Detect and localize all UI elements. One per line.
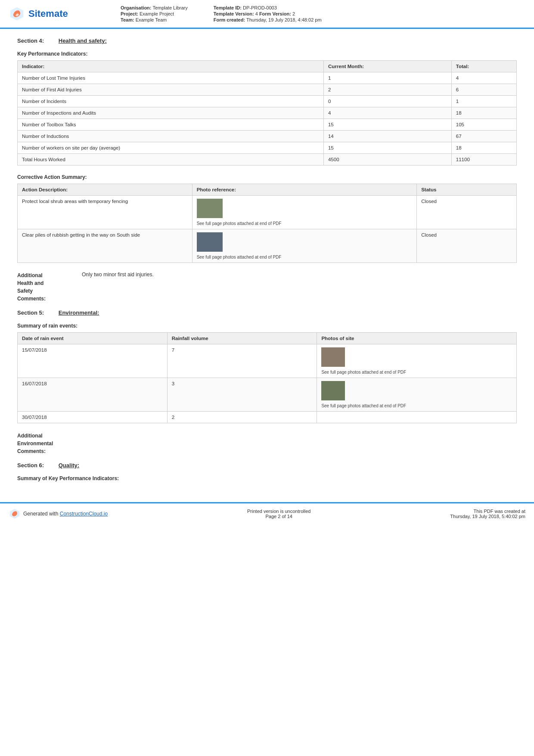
org-line: Organisation: Template Library [121,5,188,10]
kpi-row: Number of Incidents01 [18,96,517,107]
kpi-cell-6-1: 15 [323,142,451,154]
kpi-cell-2-0: Number of Incidents [18,96,324,107]
kpi-row: Number of First Aid Injuries26 [18,84,517,96]
kpi-cell-7-1: 4500 [323,154,451,166]
kpi-cell-6-0: Number of workers on site per day (avera… [18,142,324,154]
additional-env-comments: AdditionalEnvironmentalComments: [17,432,517,455]
additional-hs-label: AdditionalHealth andSafetyComments: [17,272,73,303]
rain-col-volume: Rainfall volume [167,333,317,344]
rain-photo [317,412,517,423]
rain-photo: See full page photos attached at end of … [317,344,517,378]
template-id-line: Template ID: DP-PROD-0003 [214,5,322,10]
rain-date: 16/07/2018 [18,378,168,412]
corrective-photo: See full page photos attached at end of … [192,196,417,229]
additional-hs-value: Only two minor first aid injuries. [82,272,154,303]
additional-env-label: AdditionalEnvironmentalComments: [17,432,73,455]
template-version-line: Template Version: 4 Form Version: 2 [214,11,322,16]
logo-area: Sitemate [9,6,86,22]
corrective-table: Action Description: Photo reference: Sta… [17,184,517,263]
kpi-col-total: Total: [451,61,516,72]
corrective-row: Protect local shrub areas with temporary… [18,196,517,229]
rain-row: 15/07/20187See full page photos attached… [18,344,517,378]
kpi-row: Number of Inductions1467 [18,131,517,142]
rain-row: 30/07/20182 [18,412,517,423]
rain-col-photos: Photos of site [317,333,517,344]
rain-photo: See full page photos attached at end of … [317,378,517,412]
logo-text: Sitemate [28,8,68,19]
kpi-cell-0-0: Number of Lost Time Injuries [18,72,324,84]
corrective-title: Corrective Action Summary: [17,174,517,180]
kpi-cell-5-2: 67 [451,131,516,142]
corrective-description: Protect local shrub areas with temporary… [18,196,192,229]
footer-link[interactable]: ConstructionCloud.io [60,511,108,517]
main-content: Section 4: Health and safety: Key Perfor… [0,29,534,494]
header-left-col: Organisation: Template Library Project: … [121,5,188,22]
rain-row: 16/07/20183See full page photos attached… [18,378,517,412]
section4-title: Section 4: Health and safety: [17,37,517,44]
kpi-table: Indicator: Current Month: Total: Number … [17,60,517,166]
page-header: Sitemate Organisation: Template Library … [0,0,534,29]
kpi-cell-6-2: 18 [451,142,516,154]
footer-right: This PDF was created at Thursday, 19 Jul… [450,509,525,519]
quality-kpi-title: Summary of Key Performance Indicators: [17,475,517,481]
kpi-cell-5-0: Number of Inductions [18,131,324,142]
project-line: Project: Example Project [121,11,188,16]
kpi-row: Number of workers on site per day (avera… [18,142,517,154]
kpi-cell-3-0: Number of Inspections and Audits [18,107,324,119]
kpi-col-current: Current Month: [323,61,451,72]
kpi-cell-3-2: 18 [451,107,516,119]
kpi-row: Number of Inspections and Audits418 [18,107,517,119]
kpi-cell-1-2: 6 [451,84,516,96]
kpi-title: Key Performance Indicators: [17,51,517,57]
page-footer: Generated with ConstructionCloud.io Prin… [0,502,534,524]
rain-volume: 2 [167,412,317,423]
corrective-col-action: Action Description: [18,184,192,196]
footer-center: Printed version is uncontrolled Page 2 o… [116,509,441,519]
kpi-row: Number of Lost Time Injuries14 [18,72,517,84]
section6-title: Section 6: Quality: [17,462,517,469]
additional-hs-comments: AdditionalHealth andSafetyComments: Only… [17,272,517,303]
header-right-col: Template ID: DP-PROD-0003 Template Versi… [214,5,322,22]
kpi-cell-1-0: Number of First Aid Injuries [18,84,324,96]
rain-volume: 7 [167,344,317,378]
kpi-cell-0-1: 1 [323,72,451,84]
kpi-cell-4-0: Number of Toolbox Talks [18,119,324,131]
corrective-description: Clear piles of rubbish getting in the wa… [18,229,192,263]
rain-date: 15/07/2018 [18,344,168,378]
team-line: Team: Example Team [121,17,188,22]
kpi-cell-0-2: 4 [451,72,516,84]
header-meta: Organisation: Template Library Project: … [86,5,525,22]
kpi-cell-2-2: 1 [451,96,516,107]
kpi-cell-3-1: 4 [323,107,451,119]
rain-table: Date of rain event Rainfall volume Photo… [17,332,517,423]
section5-title: Section 5: Environmental: [17,309,517,316]
rain-volume: 3 [167,378,317,412]
kpi-col-indicator: Indicator: [18,61,324,72]
corrective-photo: See full page photos attached at end of … [192,229,417,263]
footer-logo-icon [9,508,21,520]
kpi-cell-7-0: Total Hours Worked [18,154,324,166]
corrective-col-photo: Photo reference: [192,184,417,196]
footer-generated-text: Generated with ConstructionCloud.io [23,511,108,517]
corrective-status: Closed [417,229,517,263]
kpi-row: Number of Toolbox Talks15105 [18,119,517,131]
sitemate-logo-icon [9,6,25,22]
kpi-row: Total Hours Worked450011100 [18,154,517,166]
kpi-cell-1-1: 2 [323,84,451,96]
kpi-cell-4-2: 105 [451,119,516,131]
corrective-col-status: Status [417,184,517,196]
rain-date: 30/07/2018 [18,412,168,423]
footer-logo: Generated with ConstructionCloud.io [9,508,108,520]
corrective-status: Closed [417,196,517,229]
form-created-line: Form created: Thursday, 19 July 2018, 4:… [214,17,322,22]
kpi-cell-4-1: 15 [323,119,451,131]
rain-col-date: Date of rain event [18,333,168,344]
corrective-row: Clear piles of rubbish getting in the wa… [18,229,517,263]
rain-title: Summary of rain events: [17,323,517,329]
kpi-cell-2-1: 0 [323,96,451,107]
kpi-cell-5-1: 14 [323,131,451,142]
kpi-cell-7-2: 11100 [451,154,516,166]
